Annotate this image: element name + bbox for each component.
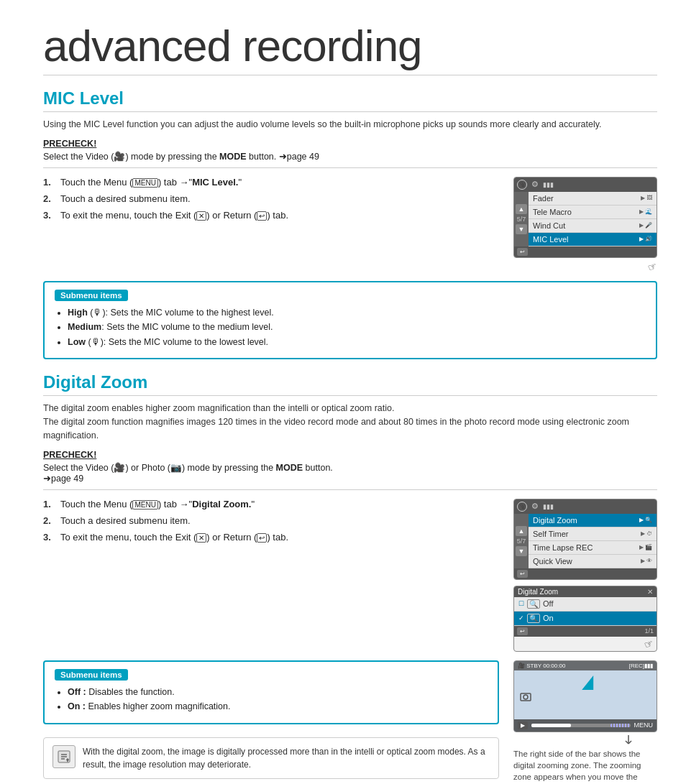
menu-row-wind-cut: Wind Cut ▶ 🎤 xyxy=(529,219,657,233)
tele-arrow: ▶ 🌊 xyxy=(639,208,652,215)
digital-zoom-section: Digital Zoom The digital zoom enables hi… xyxy=(43,372,657,784)
battery-icon: ▮▮▮ xyxy=(543,181,554,188)
dz-sub-counter: 1/1 xyxy=(644,627,654,635)
dz-sub-top-bar: Digital Zoom ✕ xyxy=(514,586,657,597)
mic-precheck-label: PRECHECK! xyxy=(43,139,657,149)
return-icon: ↩ xyxy=(257,211,267,221)
dz-precheck-text: Select the Video (🎥) or Photo (📷) mode b… xyxy=(43,462,657,490)
dz-sub-row-on[interactable]: ✓ 🔍 On xyxy=(514,612,657,626)
dz-nav-up-button[interactable]: ▲ xyxy=(516,526,527,536)
note-icon xyxy=(52,745,76,768)
mic-menu-counter: 5/7 xyxy=(517,215,526,223)
qv-arrow: ▶ 👁 xyxy=(641,558,652,564)
dz-back-button[interactable]: ↩ xyxy=(517,570,528,578)
page-container: advanced recording MIC Level Using the M… xyxy=(0,0,686,784)
zoom-top-bar: 🎥 STBY 00:00:00 [REC]▮▮▮ xyxy=(514,661,657,670)
zoom-mid-area xyxy=(514,670,657,710)
dz-menu-rows: Digital Zoom ▶ 🔍 Self Timer ▶ ⏱ Time Lap… xyxy=(529,514,657,568)
zoom-rec-badge: [REC]▮▮▮ xyxy=(629,663,653,669)
submenu-item-off: Off : Disables the function. xyxy=(68,686,488,699)
dz-submenu-box: Submenu items Off : Disables the functio… xyxy=(43,660,499,724)
dz-sub-nav: ↩ 1/1 xyxy=(514,626,657,637)
mic-precheck-page: page 49 xyxy=(287,152,319,162)
mic-step-3: 3. To exit the menu, touch the Exit (✕) … xyxy=(43,210,499,221)
digital-zoom-heading: Digital Zoom xyxy=(43,372,657,396)
dz-screens-mockup: 🎥 ⚙ ▮▮▮ ▲ 5/7 ▼ Digital Zoom xyxy=(513,499,657,652)
mic-menu-rows: Fader ▶ 🖼 Tele Macro ▶ 🌊 Wind Cut ▶ 🎤 xyxy=(529,192,657,246)
dz-sub-close-icon[interactable]: ✕ xyxy=(647,588,653,596)
note-box: With the digital zoom, the image is digi… xyxy=(43,737,499,779)
mic-precheck-text: Select the Video (🎥) mode by pressing th… xyxy=(43,151,657,168)
dz-nav-side: ▲ 5/7 ▼ xyxy=(514,514,529,568)
menu-icon: MENU xyxy=(132,178,157,188)
dz-precheck-page: page 49 xyxy=(51,474,83,484)
dz-video-icon: 🎥 xyxy=(114,463,125,473)
zoom-dotted-zone xyxy=(610,724,631,727)
finger-icon: ☞ xyxy=(646,259,659,273)
dz-battery-icon: ▮▮▮ xyxy=(543,503,554,510)
dz-menu-row-self-timer: Self Timer ▶ ⏱ xyxy=(529,527,657,541)
mic-steps: 1. Touch the Menu (MENU) tab →"MIC Level… xyxy=(43,177,499,272)
dz-menu-top-bar: 🎥 ⚙ ▮▮▮ xyxy=(514,499,657,514)
zoom-fill xyxy=(531,724,571,727)
dz-off-icon: 🔍 xyxy=(527,599,540,609)
menu-row-fader: Fader ▶ 🖼 xyxy=(529,192,657,206)
mic-step-2: 2. Touch a desired submenu item. xyxy=(43,193,499,204)
dz-submenu-col: Submenu items Off : Disables the functio… xyxy=(43,660,499,784)
dz-menu-icon: MENU xyxy=(132,500,157,509)
dz-sub-row-off[interactable]: ☐ 🔍 Off xyxy=(514,597,657,612)
mic-nav-side: ▲ 5/7 ▼ xyxy=(514,192,529,246)
dz-video-mode-icon: 🎥 xyxy=(517,502,527,512)
menu-row-tele-macro: Tele Macro ▶ 🌊 xyxy=(529,206,657,219)
zoom-play-button[interactable]: ▶ xyxy=(518,721,528,729)
mic-level-section: MIC Level Using the MIC Level function y… xyxy=(43,88,657,359)
dz-on-check: ✓ xyxy=(518,614,524,622)
nav-up-button[interactable]: ▲ xyxy=(516,204,527,214)
mic-finger-hint: ☞ xyxy=(513,261,657,272)
dz-step-2: 2. Touch a desired submenu item. xyxy=(43,515,499,526)
exit-icon: ✕ xyxy=(196,211,206,221)
tl-arrow: ▶ 🎬 xyxy=(639,544,652,550)
zoom-track xyxy=(531,724,631,727)
fader-arrow: ▶ 🖼 xyxy=(641,195,652,201)
submenu-item-medium: Medium: Sets the MIC volume to the mediu… xyxy=(68,321,646,334)
dz-desc1: The digital zoom enables higher zoom mag… xyxy=(43,402,657,442)
dz-sub-screen: Digital Zoom ✕ ☐ 🔍 Off ✓ 🔍 On xyxy=(513,586,657,652)
dz-sub-back-button[interactable]: ↩ xyxy=(517,627,528,635)
menu-row-mic-level[interactable]: MIC Level ▶ 🔊 xyxy=(529,233,657,246)
dz-steps-area: 1. Touch the Menu (MENU) tab →"Digital Z… xyxy=(43,499,657,652)
mic-menu-screen: 🎥 ⚙ ▮▮▮ ▲ 5/7 ▼ Fader ▶ � xyxy=(513,177,657,258)
mic-menu-back: ↩ xyxy=(514,246,657,257)
svg-point-5 xyxy=(523,695,528,699)
dz-photo-icon: 📷 xyxy=(170,463,182,473)
dz-submenu-label: Submenu items xyxy=(55,669,128,681)
nav-down-button[interactable]: ▼ xyxy=(516,224,527,234)
st-arrow: ▶ ⏱ xyxy=(641,530,652,537)
dz-menu-row-digital-zoom[interactable]: Digital Zoom ▶ 🔍 xyxy=(529,514,657,527)
mic-level-heading: MIC Level xyxy=(43,88,657,112)
zoom-bar-screen: 🎥 STBY 00:00:00 [REC]▮▮▮ xyxy=(513,660,657,732)
dz-return-icon: ↩ xyxy=(257,533,267,543)
mic-steps-area: 1. Touch the Menu (MENU) tab →"MIC Level… xyxy=(43,177,657,272)
zoom-right-caption: The right side of the bar shows the digi… xyxy=(513,748,657,784)
zoom-arrow-hint xyxy=(513,734,636,745)
zoom-triangle-indicator xyxy=(582,675,593,690)
back-button[interactable]: ↩ xyxy=(517,248,528,256)
dz-off-check: ☐ xyxy=(518,600,524,607)
submenu-item-high: High (🎙): Sets the MIC volume to the hig… xyxy=(68,307,646,320)
mic-submenu-box: Submenu items High (🎙): Sets the MIC vol… xyxy=(43,281,657,360)
zoom-bar-col: 🎥 STBY 00:00:00 [REC]▮▮▮ xyxy=(513,660,657,784)
menu-label[interactable]: MENU xyxy=(634,721,654,729)
mic-menu-mockup: 🎥 ⚙ ▮▮▮ ▲ 5/7 ▼ Fader ▶ � xyxy=(513,177,657,272)
dz-nav-down-button[interactable]: ▼ xyxy=(516,546,527,556)
dz-gear-icon: ⚙ xyxy=(530,502,540,512)
mic-arrow: ▶ 🔊 xyxy=(639,236,652,242)
dz-finger-icon: ☞ xyxy=(643,637,656,650)
dz-finger-hint: ☞ xyxy=(514,637,657,651)
dz-step-3: 3. To exit the menu, touch the Exit (✕) … xyxy=(43,532,499,543)
dz-step-1: 1. Touch the Menu (MENU) tab →"Digital Z… xyxy=(43,499,499,509)
dz-menu-back: ↩ xyxy=(514,568,657,579)
video-icon: 🎥 xyxy=(114,152,125,162)
dz-sub-title: Digital Zoom xyxy=(518,588,558,596)
dz-arrow: ▶ 🔍 xyxy=(639,517,652,523)
